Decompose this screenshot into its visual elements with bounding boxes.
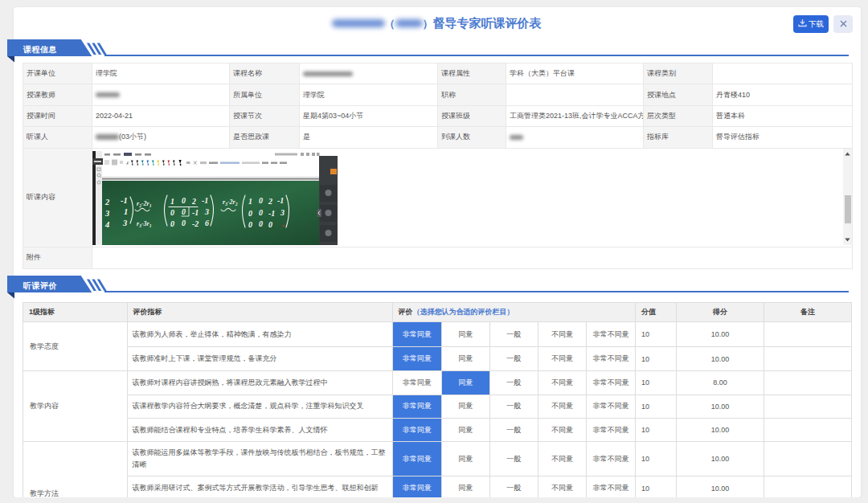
svg-text:听课评价: 听课评价 (23, 281, 57, 290)
svg-text:0: 0 (170, 208, 174, 217)
svg-text:1: 1 (170, 197, 174, 206)
svg-text:0: 0 (259, 219, 263, 228)
svg-text:0: 0 (248, 220, 252, 229)
svg-text:2: 2 (191, 197, 196, 206)
svg-text:3: 3 (280, 208, 285, 217)
svg-text:-1: -1 (268, 209, 275, 218)
svg-text:0: 0 (182, 219, 186, 227)
svg-text:2: 2 (104, 198, 110, 207)
svg-text:0: 0 (248, 209, 252, 218)
svg-text:-1: -1 (202, 196, 208, 205)
svg-text:0: 0 (170, 219, 174, 228)
svg-text:2: 2 (268, 197, 272, 206)
svg-text:0: 0 (259, 208, 263, 217)
svg-text:3: 3 (204, 207, 209, 216)
svg-text:1: 1 (248, 197, 252, 206)
svg-text:-1: -1 (192, 208, 199, 217)
svg-text:0: 0 (259, 196, 263, 205)
svg-text:3: 3 (104, 209, 109, 218)
svg-text:-1: -1 (277, 196, 284, 205)
svg-text:4: 4 (104, 220, 109, 229)
svg-text:课程信息: 课程信息 (23, 44, 57, 53)
svg-text:6: 6 (205, 219, 209, 227)
svg-text:-1: -1 (121, 196, 128, 205)
svg-text:1: 1 (124, 207, 128, 216)
svg-text:0: 0 (182, 207, 186, 216)
svg-text:3: 3 (122, 219, 127, 227)
svg-text:-2: -2 (192, 219, 199, 228)
svg-text:0: 0 (182, 196, 186, 205)
svg-text:0: 0 (268, 220, 272, 229)
